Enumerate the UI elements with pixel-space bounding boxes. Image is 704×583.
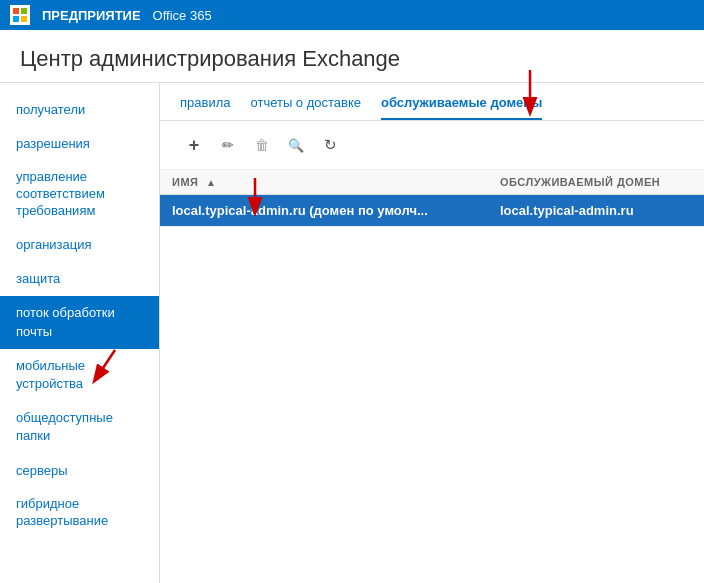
cell-domain: local.typical-admin.ru (488, 195, 704, 227)
product-name: Office 365 (153, 8, 212, 23)
main-content: получатели разрешения управление соответ… (0, 83, 704, 583)
sidebar-item-hybrid[interactable]: гибридное развертывание (0, 488, 159, 538)
sort-icon: ▲ (206, 177, 216, 188)
sidebar-item-permissions[interactable]: разрешения (0, 127, 159, 161)
refresh-icon: ↻ (324, 136, 337, 154)
office-logo (10, 5, 30, 25)
delete-icon: 🗑 (255, 137, 269, 153)
svg-rect-1 (21, 8, 27, 14)
delete-button[interactable]: 🗑 (248, 131, 276, 159)
sidebar-item-recipients[interactable]: получатели (0, 93, 159, 127)
sidebar-item-mobile[interactable]: мобильные устройства (0, 349, 159, 401)
company-name: ПРЕДПРИЯТИЕ (42, 8, 141, 23)
search-button[interactable]: 🔍 (282, 131, 310, 159)
page-title: Центр администрирования Exchange (20, 46, 684, 72)
sidebar-item-compliance[interactable]: управление соответствием требованиям (0, 161, 159, 228)
col-name-header[interactable]: ИМЯ ▲ (160, 170, 488, 195)
top-bar: ПРЕДПРИЯТИЕ Office 365 (0, 0, 704, 30)
tab-accepted-domains[interactable]: обслуживаемые домены (381, 83, 542, 120)
content-area: правила отчеты о доставке обслуживаемые … (160, 83, 704, 583)
col-domain-header: ОБСЛУЖИВАЕМЫЙ ДОМЕН (488, 170, 704, 195)
tabs-bar: правила отчеты о доставке обслуживаемые … (160, 83, 704, 121)
svg-rect-0 (13, 8, 19, 14)
svg-rect-2 (13, 16, 19, 22)
toolbar: + ✏ 🗑 🔍 ↻ (160, 121, 704, 170)
add-icon: + (189, 135, 200, 156)
search-icon: 🔍 (288, 138, 304, 153)
domains-table: ИМЯ ▲ ОБСЛУЖИВАЕМЫЙ ДОМЕН local.typical-… (160, 170, 704, 227)
svg-rect-3 (21, 16, 27, 22)
tab-rules[interactable]: правила (180, 83, 230, 120)
sidebar-item-organization[interactable]: организация (0, 228, 159, 262)
sidebar-item-protection[interactable]: защита (0, 262, 159, 296)
edit-icon: ✏ (222, 137, 234, 153)
sidebar: получатели разрешения управление соответ… (0, 83, 160, 583)
sidebar-item-publicfolders[interactable]: общедоступные папки (0, 401, 159, 453)
cell-name: local.typical-admin.ru (домен по умолч..… (160, 195, 488, 227)
add-button[interactable]: + (180, 131, 208, 159)
refresh-button[interactable]: ↻ (316, 131, 344, 159)
sidebar-item-servers[interactable]: серверы (0, 454, 159, 488)
edit-button[interactable]: ✏ (214, 131, 242, 159)
tab-delivery-reports[interactable]: отчеты о доставке (250, 83, 361, 120)
table-row[interactable]: local.typical-admin.ru (домен по умолч..… (160, 195, 704, 227)
sidebar-item-mailflow[interactable]: поток обработки почты (0, 296, 159, 348)
page-header: Центр администрирования Exchange (0, 30, 704, 83)
page-container: Центр администрирования Exchange получат… (0, 30, 704, 583)
